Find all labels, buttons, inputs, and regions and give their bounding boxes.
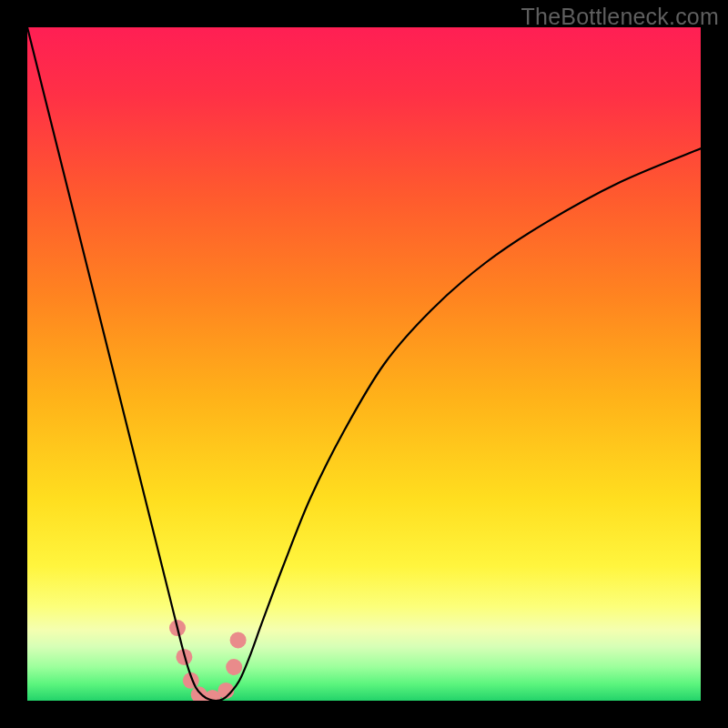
curve-layer — [27, 27, 701, 701]
highlight-dot — [230, 632, 247, 648]
bottleneck-curve — [27, 27, 701, 701]
highlight-dot — [226, 659, 242, 675]
plot-area — [27, 27, 701, 701]
chart-frame: TheBottleneck.com — [0, 0, 728, 728]
watermark-text: TheBottleneck.com — [521, 4, 719, 30]
